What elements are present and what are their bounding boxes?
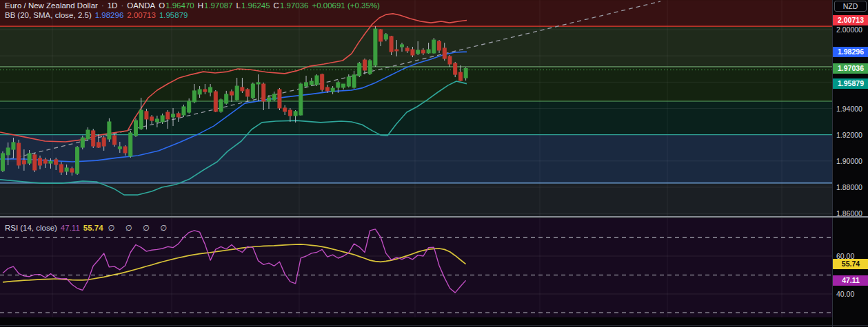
candle-up bbox=[427, 50, 430, 53]
candle-up bbox=[155, 119, 159, 122]
separator-dot: · bbox=[101, 1, 104, 10]
candle-up bbox=[6, 148, 10, 155]
candle-up bbox=[134, 120, 138, 136]
candle-down bbox=[150, 117, 154, 120]
candle-down bbox=[325, 87, 329, 91]
candle-down bbox=[214, 92, 217, 112]
candle-up bbox=[76, 147, 79, 173]
candle-up bbox=[118, 147, 121, 149]
bb-name[interactable]: BB bbox=[5, 11, 15, 19]
candle-down bbox=[203, 89, 207, 92]
candle-up bbox=[310, 81, 313, 85]
price-zone bbox=[0, 67, 832, 101]
open-value: 1.96470 bbox=[165, 1, 194, 10]
close-value: 1.97036 bbox=[280, 1, 309, 10]
open-label: O bbox=[159, 1, 165, 10]
candle-down bbox=[421, 50, 425, 53]
exchange-label[interactable]: OANDA bbox=[127, 1, 155, 10]
candle-down bbox=[102, 138, 105, 146]
candle-down bbox=[405, 48, 409, 51]
high-value: 1.97087 bbox=[204, 1, 233, 10]
candle-up bbox=[331, 88, 334, 92]
candle-up bbox=[209, 87, 212, 92]
candle-up bbox=[464, 68, 467, 78]
window-bottom-border bbox=[0, 325, 868, 326]
candle-down bbox=[17, 143, 21, 165]
candle-down bbox=[395, 50, 398, 51]
candle-up bbox=[251, 84, 254, 98]
candle-down bbox=[246, 89, 250, 96]
candle-down bbox=[54, 160, 58, 165]
candle-up bbox=[268, 98, 271, 101]
rsi-indicator-header[interactable]: RSI (14, close) 47.11 55.74 ∅ ∅ ∅ ∅ bbox=[5, 223, 171, 233]
candle-down bbox=[390, 36, 393, 52]
candle-down bbox=[22, 160, 26, 164]
candle-down bbox=[363, 60, 366, 70]
candle-up bbox=[219, 100, 223, 112]
candle-down bbox=[230, 92, 233, 95]
price-tick-label: 1.92000 bbox=[833, 130, 868, 140]
rsi-name[interactable]: RSI bbox=[5, 224, 18, 232]
rsi-badge: 47.11 bbox=[833, 275, 868, 286]
separator-dot: · bbox=[121, 1, 123, 10]
candle-down bbox=[43, 160, 47, 163]
candle-up bbox=[299, 84, 303, 115]
price-chart-pane[interactable] bbox=[0, 0, 832, 218]
candle-up bbox=[416, 50, 420, 54]
price-axis[interactable]: NZD 2.000001.940001.920001.900001.880001… bbox=[832, 0, 868, 327]
candle-up bbox=[108, 122, 111, 139]
candle-up bbox=[374, 29, 377, 65]
candle-down bbox=[70, 169, 74, 172]
candle-up bbox=[49, 161, 52, 163]
candle-up bbox=[81, 138, 84, 147]
candle-down bbox=[176, 114, 180, 117]
candle-up bbox=[358, 63, 361, 76]
price-zone bbox=[0, 101, 832, 135]
price-tick-label: 2.00000 bbox=[833, 25, 868, 34]
candle-up bbox=[65, 168, 68, 171]
rsi-background bbox=[0, 218, 832, 317]
candle-up bbox=[294, 112, 297, 116]
change-value: +0.00691 (+0.35%) bbox=[312, 1, 379, 10]
candle-up bbox=[256, 83, 260, 84]
candle-up bbox=[129, 133, 132, 156]
symbol-header[interactable]: Euro / New Zealand Dollar · 1D · OANDA O… bbox=[5, 1, 380, 10]
candle-up bbox=[1, 154, 5, 171]
candle-up bbox=[342, 84, 345, 87]
interval-label[interactable]: 1D bbox=[108, 1, 118, 10]
candle-up bbox=[401, 45, 404, 47]
rsi-indicator-pane[interactable] bbox=[0, 218, 832, 317]
bb-indicator-header[interactable]: BB (20, SMA, close, 2.5) 1.98296 2.00713… bbox=[5, 11, 188, 19]
candle-up bbox=[188, 101, 191, 112]
candle-up bbox=[305, 83, 308, 86]
candle-down bbox=[411, 50, 414, 55]
candle-down bbox=[97, 143, 100, 147]
candle-up bbox=[352, 75, 356, 87]
candle-up bbox=[12, 143, 15, 149]
candle-down bbox=[92, 131, 95, 146]
last-price-badge: 1.97036 bbox=[833, 63, 868, 74]
currency-toggle[interactable]: NZD bbox=[834, 1, 867, 12]
high-label: H bbox=[198, 1, 203, 10]
candle-up bbox=[192, 91, 196, 102]
symbol-title[interactable]: Euro / New Zealand Dollar bbox=[5, 1, 98, 10]
pane-separator[interactable] bbox=[0, 216, 868, 218]
price-zone bbox=[0, 183, 832, 218]
low-value: 1.96245 bbox=[241, 1, 270, 10]
candle-up bbox=[182, 107, 185, 115]
candle-down bbox=[438, 41, 441, 50]
candle-up bbox=[336, 83, 340, 87]
rsi-ma-badge: 55.74 bbox=[833, 259, 868, 269]
candle-up bbox=[139, 110, 143, 129]
candle-up bbox=[225, 94, 228, 103]
rsi-ma-value: 55.74 bbox=[83, 224, 103, 232]
candle-up bbox=[172, 114, 175, 117]
bb-params: (20, SMA, close, 2.5) bbox=[17, 11, 91, 19]
candle-up bbox=[86, 130, 90, 139]
price-tick-label: 1.88000 bbox=[833, 182, 868, 192]
candle-up bbox=[161, 116, 164, 122]
bb-basis-value: 1.98296 bbox=[95, 11, 124, 19]
candle-down bbox=[145, 112, 148, 119]
bb-basis-badge: 1.98296 bbox=[833, 47, 868, 57]
candle-up bbox=[315, 76, 319, 85]
